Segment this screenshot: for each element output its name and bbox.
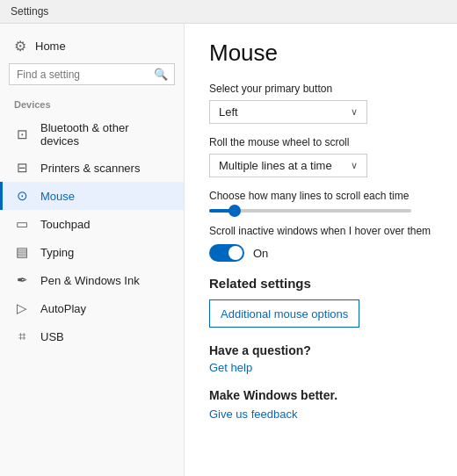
sidebar-item-label: AutoPlay [40, 302, 86, 315]
primary-button-dropdown[interactable]: Left ∨ [209, 100, 367, 124]
slider-thumb[interactable] [228, 205, 241, 217]
autoplay-icon: ▷ [14, 300, 30, 316]
scroll-inactive-label: Scroll inactive windows when I hover ove… [209, 225, 438, 237]
sidebar-item-touchpad[interactable]: ▭ Touchpad [0, 210, 184, 238]
scroll-inactive-toggle[interactable] [209, 244, 244, 262]
sidebar: ⚙ Home 🔍 Devices ⊡ Bluetooth & other dev… [0, 24, 185, 476]
page-title: Mouse [209, 40, 438, 67]
sidebar-item-label: Touchpad [40, 218, 90, 231]
primary-button-label: Select your primary button [209, 83, 438, 95]
scroll-wheel-dropdown[interactable]: Multiple lines at a time ∨ [209, 154, 367, 177]
sidebar-item-pen[interactable]: ✒ Pen & Windows Ink [0, 266, 184, 294]
touchpad-icon: ▭ [14, 216, 30, 232]
search-input[interactable] [17, 69, 149, 81]
sidebar-section-label: Devices [0, 96, 184, 115]
gear-icon: ⚙ [14, 38, 26, 54]
sidebar-item-printers[interactable]: ⊟ Printers & scanners [0, 154, 184, 182]
sidebar-item-label: Pen & Windows Ink [40, 274, 140, 287]
scroll-inactive-toggle-row: On [209, 244, 438, 262]
sidebar-item-label: Printers & scanners [40, 162, 140, 175]
toggle-label: On [253, 247, 268, 260]
scroll-wheel-label: Roll the mouse wheel to scroll [209, 136, 438, 148]
sidebar-item-bluetooth[interactable]: ⊡ Bluetooth & other devices [0, 115, 184, 154]
sidebar-home-row[interactable]: ⚙ Home [0, 31, 184, 63]
windows-better-heading: Make Windows better. [209, 388, 438, 402]
get-help-link[interactable]: Get help [209, 361, 438, 374]
slider-track [209, 209, 411, 213]
sidebar-home-label: Home [35, 40, 66, 53]
sidebar-item-label: Mouse [40, 190, 75, 203]
sidebar-item-label: Bluetooth & other devices [40, 121, 170, 148]
pen-icon: ✒ [14, 272, 30, 288]
primary-button-value: Left [219, 105, 238, 119]
typing-icon: ▤ [14, 244, 30, 260]
sidebar-item-typing[interactable]: ▤ Typing [0, 238, 184, 266]
sidebar-item-label: USB [40, 330, 64, 343]
sidebar-item-label: Typing [40, 246, 74, 259]
scroll-lines-label: Choose how many lines to scroll each tim… [209, 190, 438, 202]
title-bar: Settings [0, 0, 457, 24]
main-content: Mouse Select your primary button Left ∨ … [185, 24, 457, 476]
additional-mouse-options-box[interactable]: Additional mouse options [209, 299, 359, 328]
mouse-icon: ⊙ [14, 188, 30, 204]
chevron-down-icon-2: ∨ [351, 160, 358, 171]
search-box[interactable]: 🔍 [9, 63, 175, 85]
sidebar-item-mouse[interactable]: ⊙ Mouse [0, 182, 184, 210]
related-settings-heading: Related settings [209, 276, 438, 291]
search-icon: 🔍 [154, 68, 168, 81]
scroll-lines-slider[interactable] [209, 209, 438, 213]
give-feedback-link[interactable]: Give us feedback [209, 407, 297, 421]
title-bar-label: Settings [11, 5, 48, 18]
toggle-knob [228, 246, 243, 260]
sidebar-item-usb[interactable]: ⌗ USB [0, 322, 184, 350]
question-heading: Have a question? [209, 343, 438, 357]
printer-icon: ⊟ [14, 160, 30, 176]
additional-mouse-options-link[interactable]: Additional mouse options [221, 307, 348, 321]
bluetooth-icon: ⊡ [14, 126, 30, 142]
usb-icon: ⌗ [14, 328, 30, 344]
sidebar-item-autoplay[interactable]: ▷ AutoPlay [0, 294, 184, 322]
chevron-down-icon: ∨ [351, 106, 358, 118]
scroll-wheel-value: Multiple lines at a time [219, 159, 332, 172]
